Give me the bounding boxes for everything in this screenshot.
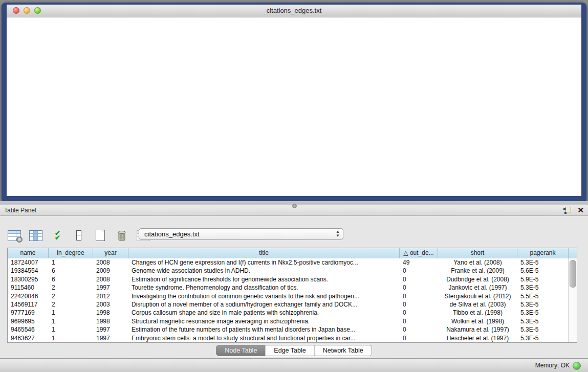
table-cell[interactable]: 1: [49, 258, 93, 267]
table-row[interactable]: 1938455462009Genome-wide association stu…: [8, 267, 569, 275]
scrollbar-thumb[interactable]: [570, 260, 576, 288]
table-cell[interactable]: 19384554: [8, 267, 49, 275]
table-cell[interactable]: Hescheler et al. (1997): [438, 334, 517, 342]
table-cell[interactable]: Estimation of the future numbers of pati…: [128, 325, 400, 334]
table-cell[interactable]: 6: [49, 267, 93, 275]
table-scrollbar[interactable]: [568, 258, 577, 342]
table-row[interactable]: 1872400712008Changes of HCN gene express…: [8, 258, 569, 267]
table-cell[interactable]: 0: [400, 325, 438, 334]
delete-column-icon[interactable]: [115, 229, 129, 242]
table-cell[interactable]: 0: [400, 292, 438, 300]
table-cell[interactable]: 9463627: [8, 334, 49, 342]
table-cell[interactable]: 1997: [93, 325, 128, 334]
table-cell[interactable]: 0: [400, 267, 438, 275]
table-select-dropdown[interactable]: citations_edges.txt ▲▼: [139, 228, 343, 240]
table-cell[interactable]: 1997: [93, 334, 128, 342]
table-cell[interactable]: Tourette syndrome. Phenomenology and cla…: [128, 283, 400, 292]
column-header-pagerank[interactable]: pagerank: [517, 248, 569, 258]
select-all-columns-icon[interactable]: ✔✔: [50, 229, 64, 242]
table-cell[interactable]: 0: [400, 283, 438, 292]
table-cell[interactable]: Franke et al. (2009): [438, 267, 517, 275]
table-cell[interactable]: 1: [49, 334, 93, 342]
network-canvas[interactable]: [7, 17, 581, 196]
table-cell[interactable]: 6: [49, 275, 93, 283]
table-cell[interactable]: 2: [49, 300, 93, 309]
table-cell[interactable]: Stergiakouli et al. (2012): [438, 292, 517, 300]
show-columns-icon[interactable]: [29, 229, 43, 242]
tab-node-table[interactable]: Node Table: [216, 345, 265, 356]
table-cell[interactable]: 9699695: [8, 317, 49, 325]
table-cell[interactable]: 49: [400, 258, 438, 267]
table-cell[interactable]: Jankovic et al. (1997): [438, 283, 517, 292]
table-row[interactable]: 1830029562008Estimation of significance …: [8, 275, 569, 283]
table-cell[interactable]: Genome-wide association studies in ADHD.: [128, 267, 400, 275]
table-cell[interactable]: 0: [400, 275, 438, 283]
tab-edge-table[interactable]: Edge Table: [265, 345, 314, 356]
table-cell[interactable]: Investigating the contribution of common…: [128, 292, 400, 300]
column-header-name[interactable]: name: [8, 248, 49, 258]
table-cell[interactable]: 2009: [93, 267, 128, 275]
column-header-short[interactable]: short: [438, 248, 517, 258]
column-header-in_degree[interactable]: in_degree: [49, 248, 93, 258]
table-cell[interactable]: Disruption of a novel member of a sodium…: [128, 300, 400, 309]
table-cell[interactable]: 5.3E-5: [517, 325, 569, 334]
table-cell[interactable]: 1997: [93, 283, 128, 292]
table-cell[interactable]: 0: [400, 334, 438, 342]
table-cell[interactable]: 2008: [93, 275, 128, 283]
table-cell[interactable]: 2003: [93, 300, 128, 309]
table-cell[interactable]: 2008: [93, 258, 128, 267]
table-cell[interactable]: 0: [400, 309, 438, 317]
column-header-title[interactable]: title: [128, 248, 400, 258]
table-cell[interactable]: Yano et al. (2008): [438, 258, 517, 267]
table-cell[interactable]: 0: [400, 317, 438, 325]
table-cell[interactable]: 1998: [93, 317, 128, 325]
column-header-out_de[interactable]: △ out_de...: [400, 248, 438, 258]
table-row[interactable]: 946362711997Embryonic stem cells: a mode…: [8, 334, 569, 342]
table-cell[interactable]: 1: [49, 325, 93, 334]
window-titlebar[interactable]: citations_edges.txt: [7, 5, 581, 17]
table-mode-icon[interactable]: [7, 229, 21, 242]
table-cell[interactable]: Nakamura et al. (1997): [438, 325, 517, 334]
table-cell[interactable]: 5.3E-5: [517, 317, 569, 325]
table-cell[interactable]: Structural magnetic resonance image aver…: [128, 317, 400, 325]
table-row[interactable]: 911546021997Tourette syndrome. Phenomeno…: [8, 283, 569, 292]
resize-grip[interactable]: [292, 204, 297, 208]
tab-network-table[interactable]: Network Table: [314, 345, 372, 356]
table-cell[interactable]: 5.3E-5: [517, 309, 569, 317]
table-cell[interactable]: Wolkin et al. (1998): [438, 317, 517, 325]
table-row[interactable]: 2242004622012Investigating the contribut…: [8, 292, 569, 300]
table-cell[interactable]: 1: [49, 317, 93, 325]
table-cell[interactable]: 18724007: [8, 258, 49, 267]
table-cell[interactable]: 9465546: [8, 325, 49, 334]
table-cell[interactable]: Tibbo et al. (1998): [438, 309, 517, 317]
table-cell[interactable]: 2: [49, 292, 93, 300]
table-cell[interactable]: 5.3E-5: [517, 334, 569, 342]
table-cell[interactable]: Changes of HCN gene expression and I(f) …: [128, 258, 400, 267]
table-cell[interactable]: 5.3E-5: [517, 300, 569, 309]
table-cell[interactable]: 1998: [93, 309, 128, 317]
table-cell[interactable]: Embryonic stem cells: a model to study s…: [128, 334, 400, 342]
table-row[interactable]: 969969511998Structural magnetic resonanc…: [8, 317, 569, 325]
table-cell[interactable]: 14569117: [8, 300, 49, 309]
table-cell[interactable]: 1: [49, 309, 93, 317]
table-row[interactable]: 977716911998Corpus callosum shape and si…: [8, 309, 569, 317]
create-column-icon[interactable]: [93, 229, 107, 242]
table-cell[interactable]: Estimation of significance thresholds fo…: [128, 275, 400, 283]
table-cell[interactable]: 0: [400, 300, 438, 309]
table-cell[interactable]: 18300295: [8, 275, 49, 283]
table-cell[interactable]: 9777169: [8, 309, 49, 317]
table-row[interactable]: 1456911722003Disruption of a novel membe…: [8, 300, 569, 309]
float-panel-icon[interactable]: [563, 206, 571, 214]
table-cell[interactable]: 2: [49, 283, 93, 292]
table-cell[interactable]: 5.5E-5: [517, 292, 569, 300]
table-cell[interactable]: 22420046: [8, 292, 49, 300]
table-cell[interactable]: 5.3E-5: [517, 258, 569, 267]
table-cell[interactable]: 5.6E-5: [517, 267, 569, 275]
column-list-icon[interactable]: [72, 229, 86, 242]
table-cell[interactable]: 9115460: [8, 283, 49, 292]
table-cell[interactable]: de Silva et al. (2003): [438, 300, 517, 309]
column-header-year[interactable]: year: [93, 248, 128, 258]
table-row[interactable]: 946554611997Estimation of the future num…: [8, 325, 569, 334]
table-cell[interactable]: 2012: [93, 292, 128, 300]
citation-network-graph[interactable]: [7, 17, 581, 196]
